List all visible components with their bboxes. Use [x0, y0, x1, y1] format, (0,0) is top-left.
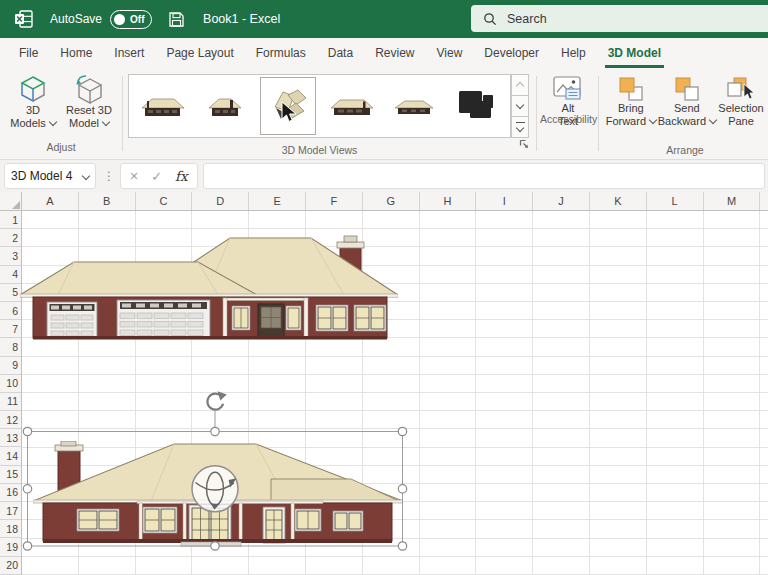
views-dialog-launcher[interactable]: [519, 135, 529, 153]
view-thumbnail-house-front-wide[interactable]: [136, 78, 190, 134]
gallery-scroll-up-button[interactable]: [511, 74, 529, 96]
group-divider: [122, 76, 123, 151]
arrange-group-label: Arrange: [602, 144, 768, 156]
cancel-icon[interactable]: ×: [130, 168, 138, 184]
worksheet: ABCDEFGHIJKLM 12345678910111213141516171…: [0, 192, 768, 575]
house-front-low-icon: [391, 89, 437, 123]
house-front-compact-icon: [202, 89, 248, 123]
view-thumbnail-house-front-low[interactable]: [387, 78, 441, 134]
tab-home[interactable]: Home: [57, 38, 95, 68]
adjust-group-label: Adjust: [4, 141, 118, 153]
tab-help[interactable]: Help: [558, 38, 589, 68]
reset-label-line2: Model: [69, 117, 99, 129]
accessibility-group: Alt Text Accessibility: [540, 72, 596, 128]
search-box[interactable]: Search: [471, 5, 768, 32]
selection-pane-label-line1: Selection: [718, 102, 763, 114]
tab-page-layout[interactable]: Page Layout: [163, 38, 236, 68]
dialog-launcher-icon: [519, 139, 529, 149]
chevron-down-icon: [516, 123, 524, 131]
resize-handle-top-left[interactable]: [23, 427, 31, 435]
adjust-group: 3D Models Reset 3D Model Adjust: [4, 72, 118, 156]
view-thumbnail-house-front-compact[interactable]: [198, 78, 252, 134]
bring-forward-button[interactable]: Bring Forward: [604, 72, 658, 128]
tab-developer[interactable]: Developer: [481, 38, 542, 68]
send-backward-label-line2: Backward: [658, 115, 706, 127]
dropdown-chevron-icon: [48, 118, 56, 126]
ribbon: 3D Models Reset 3D Model Adjust: [0, 68, 768, 160]
tab-formulas[interactable]: Formulas: [253, 38, 309, 68]
resize-handle-bottom-left[interactable]: [23, 542, 31, 550]
dropdown-chevron-icon: [649, 116, 657, 124]
3d-rotate-control[interactable]: [192, 466, 238, 512]
views-group-label: 3D Model Views: [128, 144, 511, 156]
selection-overlay: [0, 192, 768, 575]
group-divider: [536, 76, 537, 151]
excel-logo-icon: [14, 9, 34, 29]
tab-data[interactable]: Data: [325, 38, 356, 68]
alt-text-label-line1: Alt: [562, 102, 575, 114]
selection-pane-icon: [727, 77, 755, 102]
resize-handle-bottom-center[interactable]: [211, 542, 219, 550]
house-silhouette-icon: [453, 87, 499, 125]
tab-3d-model[interactable]: 3D Model: [605, 38, 664, 68]
document-title: Book1 - Excel: [203, 12, 280, 26]
search-placeholder: Search: [507, 12, 547, 26]
view-thumbnail-house-front-long[interactable]: [325, 78, 379, 134]
title-bar: AutoSave Off Book1 - Excel Search: [0, 0, 768, 38]
autosave-toggle[interactable]: Off: [110, 10, 152, 29]
group-divider: [598, 76, 599, 151]
chevron-down-icon: [516, 101, 524, 109]
tab-view[interactable]: View: [434, 38, 466, 68]
insert-function-icon[interactable]: fx: [175, 168, 188, 184]
gallery-scroll-controls: [511, 74, 529, 138]
accessibility-group-label: Accessibility: [540, 113, 596, 125]
resize-handle-top-center[interactable]: [211, 427, 219, 435]
arrange-group: Bring Forward Send Backward: [602, 72, 768, 128]
chevron-up-icon: [516, 82, 524, 90]
house-front-long-icon: [329, 89, 375, 123]
selection-pane-label-line2: Pane: [728, 115, 754, 127]
name-box[interactable]: 3D Model 4: [4, 163, 96, 189]
bring-forward-label-line2: Forward: [606, 115, 646, 127]
tab-review[interactable]: Review: [372, 38, 417, 68]
bring-forward-icon: [618, 77, 644, 102]
house-front-wide-icon: [140, 89, 186, 123]
name-box-value: 3D Model 4: [11, 169, 83, 183]
view-thumbnail-house-rotated-active[interactable]: [260, 77, 316, 135]
send-backward-icon: [674, 77, 700, 102]
bring-forward-label-line1: Bring: [618, 102, 644, 114]
rotate-handle[interactable]: [207, 391, 226, 409]
enter-icon[interactable]: ✓: [151, 169, 162, 184]
grip-dots-icon: ⋮: [103, 169, 115, 183]
send-backward-button[interactable]: Send Backward: [658, 72, 716, 128]
resize-handle-bottom-right[interactable]: [398, 542, 406, 550]
view-thumbnail-house-dark-silhouette[interactable]: [449, 78, 503, 134]
3d-model-views-gallery: [128, 74, 511, 138]
3d-models-label-line1: 3D: [26, 104, 40, 116]
3d-cube-icon: [18, 74, 48, 104]
ribbon-tabs: FileHomeInsertPage LayoutFormulasDataRev…: [0, 38, 768, 68]
send-backward-label-line1: Send: [674, 102, 700, 114]
autosave-label: AutoSave: [50, 12, 102, 26]
tab-insert[interactable]: Insert: [111, 38, 147, 68]
resize-handle-middle-left[interactable]: [23, 485, 31, 493]
selection-pane-button[interactable]: Selection Pane: [716, 72, 766, 128]
formula-buttons: × ✓ fx: [120, 163, 198, 189]
excel-window: AutoSave Off Book1 - Excel Search FileHo…: [0, 0, 768, 575]
3d-models-label-line2: Models: [10, 117, 45, 129]
name-box-chevron-icon: [82, 172, 90, 180]
toggle-knob: [114, 14, 125, 25]
tab-file[interactable]: File: [16, 38, 41, 68]
more-bar-icon: [516, 122, 525, 123]
alt-text-icon: [553, 76, 583, 102]
save-icon[interactable]: [168, 11, 185, 28]
resize-handle-middle-right[interactable]: [398, 485, 406, 493]
autosave-state: Off: [130, 14, 144, 25]
search-icon: [483, 12, 497, 26]
dropdown-chevron-icon: [102, 118, 110, 126]
reset-label-line1: Reset 3D: [66, 104, 112, 116]
formula-input[interactable]: [203, 163, 765, 189]
gallery-scroll-down-button[interactable]: [511, 95, 529, 117]
resize-handle-top-right[interactable]: [398, 427, 406, 435]
house-rotated-icon: [265, 85, 311, 127]
